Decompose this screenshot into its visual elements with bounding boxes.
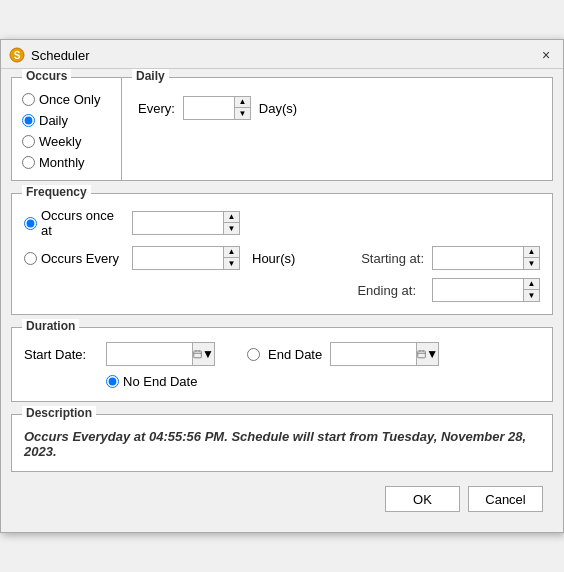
daily-row-radio: Daily	[22, 113, 111, 128]
start-date-input-wrapper: 28-11-2023 ▼	[106, 342, 215, 366]
starting-at-label: Starting at:	[361, 251, 424, 266]
monthly-row: Monthly	[22, 155, 111, 170]
once-only-radio[interactable]	[22, 93, 35, 106]
occurs-every-input[interactable]: 1	[133, 247, 223, 269]
calendar-icon-2	[417, 348, 426, 360]
duration-main-row: Start Date: 28-11-2023 ▼	[24, 342, 540, 366]
svg-rect-6	[418, 351, 426, 358]
no-end-date-label[interactable]: No End Date	[123, 374, 197, 389]
ending-at-spin: 11:59:59 PM ▲ ▼	[432, 278, 540, 302]
duration-section: Duration Start Date: 28-11-2023	[11, 327, 553, 402]
dialog-body: Occurs Once Only Daily Weekly Monthly	[1, 69, 563, 532]
freq-every-radio[interactable]	[24, 252, 37, 265]
starting-at-input[interactable]: 12:00:00 AM	[433, 247, 523, 269]
starting-spin-buttons: ▲ ▼	[523, 247, 539, 269]
occurs-once-label-group: Occurs once at	[24, 208, 124, 238]
calendar-icon	[193, 348, 202, 360]
frequency-content: Occurs once at 04:55:56 PM ▲ ▼ Occurs	[12, 194, 552, 314]
start-date-input[interactable]: 28-11-2023	[107, 343, 192, 365]
occurs-options: Once Only Daily Weekly Monthly	[12, 78, 122, 180]
duration-section-title: Duration	[22, 319, 79, 333]
app-icon: S	[9, 47, 25, 63]
once-up-btn[interactable]: ▲	[223, 212, 239, 223]
frequency-section: Frequency Occurs once at 04:55:56 PM ▲ ▼	[11, 193, 553, 315]
end-date-radio[interactable]	[247, 348, 260, 361]
no-end-date-radio[interactable]	[106, 375, 119, 388]
occurs-every-label-group: Occurs Every	[24, 251, 124, 266]
svg-rect-2	[194, 351, 202, 358]
once-only-row: Once Only	[22, 92, 111, 107]
description-section-title: Description	[22, 406, 96, 420]
description-section: Description Occurs Everyday at 04:55:56 …	[11, 414, 553, 472]
start-date-cal-btn[interactable]: ▼	[192, 343, 214, 365]
every-freq-spin-buttons: ▲ ▼	[223, 247, 239, 269]
daily-every-row: Every: 1 ▲ ▼ Day(s)	[138, 96, 540, 120]
svg-text:S: S	[14, 50, 21, 61]
occurs-every-spin: 1 ▲ ▼	[132, 246, 240, 270]
every-down-btn[interactable]: ▼	[234, 108, 250, 119]
weekly-radio[interactable]	[22, 135, 35, 148]
daily-section-title: Daily	[132, 69, 169, 83]
footer: OK Cancel	[11, 480, 553, 522]
every-spin-buttons: ▲ ▼	[234, 97, 250, 119]
daily-section: Daily Every: 1 ▲ ▼ Day(s)	[122, 78, 552, 180]
every-label: Every:	[138, 101, 175, 116]
cancel-button[interactable]: Cancel	[468, 486, 543, 512]
end-date-label[interactable]: End Date	[268, 347, 322, 362]
once-only-label[interactable]: Once Only	[39, 92, 100, 107]
occurs-once-time-spin: 04:55:56 PM ▲ ▼	[132, 211, 240, 235]
day-label: Day(s)	[259, 101, 297, 116]
ending-at-row: Ending at: 11:59:59 PM ▲ ▼	[24, 278, 540, 302]
start-date-label: Start Date:	[24, 347, 94, 362]
close-button[interactable]: ×	[537, 46, 555, 64]
starting-at-spin: 12:00:00 AM ▲ ▼	[432, 246, 540, 270]
starting-at-group: Starting at: 12:00:00 AM ▲ ▼	[361, 246, 540, 270]
duration-content: Start Date: 28-11-2023 ▼	[12, 328, 552, 401]
ending-at-input[interactable]: 11:59:59 PM	[433, 279, 523, 301]
freq-once-radio[interactable]	[24, 217, 37, 230]
freq-once-label[interactable]: Occurs once at	[41, 208, 124, 238]
daily-label[interactable]: Daily	[39, 113, 68, 128]
starting-up-btn[interactable]: ▲	[523, 247, 539, 258]
end-date-group: End Date 28-11-2023 ▼	[247, 342, 439, 366]
title-bar-left: S Scheduler	[9, 47, 90, 63]
every-freq-down-btn[interactable]: ▼	[223, 258, 239, 269]
occurs-once-time-input[interactable]: 04:55:56 PM	[133, 212, 223, 234]
freq-every-label[interactable]: Occurs Every	[41, 251, 119, 266]
every-input[interactable]: 1	[184, 97, 234, 119]
ending-up-btn[interactable]: ▲	[523, 279, 539, 290]
starting-down-btn[interactable]: ▼	[523, 258, 539, 269]
title-bar: S Scheduler ×	[1, 40, 563, 69]
weekly-row: Weekly	[22, 134, 111, 149]
every-spin: 1 ▲ ▼	[183, 96, 251, 120]
scheduler-dialog: S Scheduler × Occurs Once Only Daily	[0, 39, 564, 533]
frequency-section-title: Frequency	[22, 185, 91, 199]
ending-down-btn[interactable]: ▼	[523, 290, 539, 301]
description-text: Occurs Everyday at 04:55:56 PM. Schedule…	[24, 429, 526, 459]
daily-radio[interactable]	[22, 114, 35, 127]
occurs-once-row: Occurs once at 04:55:56 PM ▲ ▼	[24, 208, 540, 238]
occurs-every-row: Occurs Every 1 ▲ ▼ Hour(s) Starting at:	[24, 246, 540, 270]
occurs-daily-section: Occurs Once Only Daily Weekly Monthly	[11, 77, 553, 181]
ok-button[interactable]: OK	[385, 486, 460, 512]
every-freq-up-btn[interactable]: ▲	[223, 247, 239, 258]
monthly-label[interactable]: Monthly	[39, 155, 85, 170]
hour-label: Hour(s)	[252, 251, 295, 266]
every-up-btn[interactable]: ▲	[234, 97, 250, 108]
end-date-input-wrapper: 28-11-2023 ▼	[330, 342, 439, 366]
end-date-input[interactable]: 28-11-2023	[331, 343, 416, 365]
once-down-btn[interactable]: ▼	[223, 223, 239, 234]
end-date-cal-btn[interactable]: ▼	[416, 343, 438, 365]
weekly-label[interactable]: Weekly	[39, 134, 81, 149]
no-end-date-row: No End Date	[106, 374, 540, 389]
dialog-title: Scheduler	[31, 48, 90, 63]
once-spin-buttons: ▲ ▼	[223, 212, 239, 234]
monthly-radio[interactable]	[22, 156, 35, 169]
description-content: Occurs Everyday at 04:55:56 PM. Schedule…	[12, 415, 552, 471]
ending-at-label: Ending at:	[356, 283, 416, 298]
ending-spin-buttons: ▲ ▼	[523, 279, 539, 301]
